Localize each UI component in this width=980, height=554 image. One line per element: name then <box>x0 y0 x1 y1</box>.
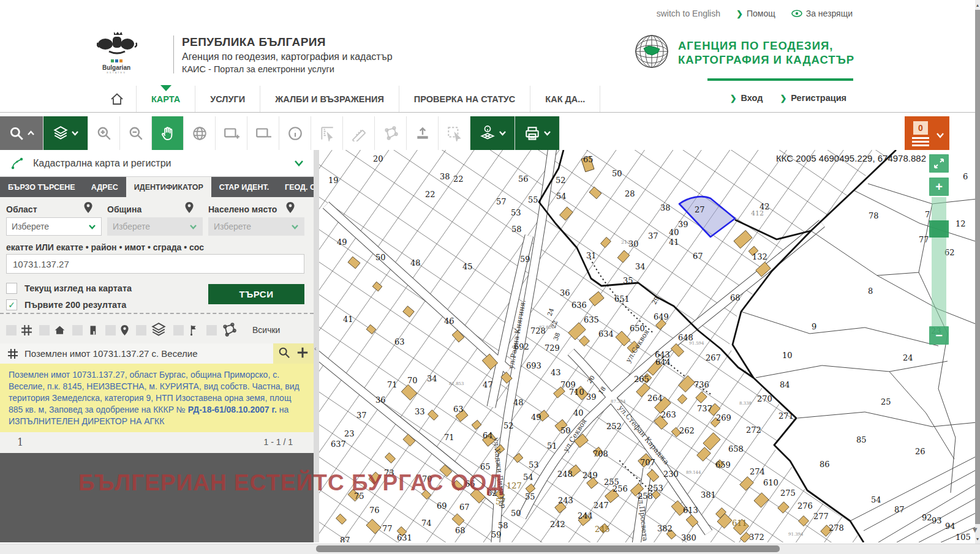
tab-adres[interactable]: АДРЕС <box>83 177 126 197</box>
svg-text:213: 213 <box>621 239 630 245</box>
filter-checkbox-polygon[interactable] <box>206 325 217 335</box>
svg-text:8.338: 8.338 <box>739 401 752 406</box>
obshtina-label-row: Община <box>107 204 141 215</box>
eye-icon <box>791 10 802 17</box>
toolbar-button-pan-tool[interactable] <box>152 116 184 150</box>
scroll-down-arrow-icon[interactable]: ▼ <box>971 525 979 534</box>
tab-uslugi[interactable]: УСЛУГИ <box>195 86 260 112</box>
toolbar-button-select-tool[interactable] <box>439 116 470 150</box>
toolbar-button-measure-area-tool[interactable] <box>375 116 407 150</box>
login-link[interactable]: ❯ Вход <box>730 93 763 103</box>
tab-karta[interactable]: КАРТА <box>136 86 195 112</box>
oblast-select[interactable]: Изберете <box>6 217 102 236</box>
cart-button[interactable]: 0 <box>905 116 949 150</box>
svg-text:62: 62 <box>487 488 497 498</box>
zoom-slider-handle[interactable] <box>929 220 949 238</box>
svg-text:53: 53 <box>511 208 521 217</box>
obshtina-select[interactable]: Изберете <box>107 217 203 236</box>
filter-checkbox-flag[interactable] <box>173 325 184 335</box>
toolbar-button-info-tool[interactable] <box>279 116 311 150</box>
svg-text:75: 75 <box>354 492 364 501</box>
cadastral-map[interactable]: 2065193822565250225428575553382742397875… <box>319 150 975 542</box>
zoom-to-result-icon[interactable] <box>278 346 290 361</box>
header-titles: РЕПУБЛИКА БЪЛГАРИЯ Агенция по геодезия, … <box>182 36 393 74</box>
chevron-right-icon: ❯ <box>736 9 743 18</box>
svg-text:23: 23 <box>344 429 355 438</box>
tab-star-ident[interactable]: СТАР ИДЕНТ. <box>211 177 277 197</box>
home-button[interactable] <box>98 86 136 112</box>
switch-language-link[interactable]: switch to English <box>657 9 720 18</box>
zoom-slider-track[interactable] <box>932 197 946 326</box>
svg-text:37: 37 <box>648 231 658 241</box>
vertical-scrollbar-thumb[interactable] <box>975 10 980 524</box>
svg-text:31: 31 <box>586 251 597 260</box>
first200-checkbox[interactable]: ✓ <box>6 299 17 310</box>
identifier-input[interactable] <box>6 254 304 274</box>
filter-checkbox-layers[interactable] <box>136 325 146 335</box>
toolbar-button-zoom-rect-in-tool[interactable] <box>216 116 247 150</box>
filter-checkbox-grid[interactable] <box>6 325 17 335</box>
toolbar-button-layer-info-tool[interactable] <box>470 116 515 150</box>
toolbar-button-zoom-rect-out-tool[interactable] <box>247 116 279 150</box>
svg-text:12: 12 <box>956 219 966 228</box>
current-view-checkbox[interactable] <box>6 283 17 294</box>
svg-text:46: 46 <box>444 316 454 326</box>
polygon-icon <box>221 322 237 338</box>
toolbar-button-layers-tool[interactable] <box>43 116 88 150</box>
toolbar-button-zoom-out-tool[interactable] <box>120 116 152 150</box>
help-link[interactable]: ❯ Помощ <box>736 9 775 18</box>
add-result-icon[interactable] <box>296 346 309 361</box>
svg-text:729: 729 <box>545 343 560 353</box>
svg-text:230: 230 <box>663 470 679 479</box>
toolbar-button-zoom-in-tool[interactable] <box>88 116 120 150</box>
scroll-down-icon[interactable]: ▼ <box>975 535 980 544</box>
svg-text:48: 48 <box>410 258 421 268</box>
toolbar-button-globe-tool[interactable] <box>184 116 216 150</box>
svg-text:54: 54 <box>556 192 567 201</box>
search-button[interactable]: ТЪРСИ <box>208 284 304 304</box>
scroll-up-icon[interactable]: ▲ <box>975 1 980 10</box>
svg-text:707: 707 <box>640 458 655 467</box>
svg-text:262: 262 <box>679 426 695 435</box>
svg-text:644: 644 <box>655 357 671 367</box>
tab-kak-da[interactable]: КАК ДА... <box>530 86 600 112</box>
svg-text:54: 54 <box>871 495 881 504</box>
filter-checkbox-house[interactable] <box>39 325 50 335</box>
zoom-out-button[interactable]: − <box>929 326 949 345</box>
toolbar-button-measure-coords-tool[interactable] <box>311 116 343 150</box>
svg-text:278: 278 <box>829 523 844 533</box>
toolbar-button-upload-tool[interactable] <box>407 116 439 150</box>
result-row[interactable]: Поземлен имот 10731.137.27 с. Веселие <box>0 343 314 364</box>
tab-identifikator[interactable]: ИДЕНТИФИКАТОР <box>126 177 211 197</box>
accessibility-link[interactable]: За незрящи <box>791 9 853 18</box>
svg-text:6: 6 <box>963 172 968 181</box>
fullscreen-button[interactable] <box>929 154 949 173</box>
panel-header[interactable]: Кадастрална карта и регистри <box>0 150 314 177</box>
horizontal-scrollbar-thumb[interactable] <box>316 545 780 552</box>
svg-text:269: 269 <box>716 413 731 422</box>
tab-barzo-tarsene[interactable]: БЪРЗО ТЪРСЕНЕ <box>0 177 83 197</box>
svg-text:49: 49 <box>337 238 347 247</box>
route-icon <box>10 156 24 171</box>
toolbar-button-measure-distance-tool[interactable] <box>343 116 375 150</box>
filter-checkbox-building[interactable] <box>72 325 83 335</box>
tab-zhalbi[interactable]: ЖАЛБИ И ВЪЗРАЖЕНИЯ <box>260 86 399 112</box>
svg-text:25: 25 <box>881 397 891 406</box>
panel-collapse-handle[interactable]: ‹ <box>314 150 319 542</box>
svg-text:69: 69 <box>437 501 447 511</box>
building-icon <box>87 324 99 336</box>
selected-parcel-27[interactable] <box>679 197 735 237</box>
register-link[interactable]: ❯ Регистрация <box>780 93 846 103</box>
zoom-in-button[interactable]: + <box>929 178 949 196</box>
svg-text:659: 659 <box>715 460 731 470</box>
naseleno-select[interactable]: Изберете <box>208 217 304 236</box>
svg-text:127: 127 <box>507 481 522 490</box>
toolbar-button-print-tool[interactable] <box>515 116 560 150</box>
filter-checkbox-pin[interactable] <box>105 325 116 335</box>
result-title: Поземлен имот 10731.137.27 с. Веселие <box>24 348 273 359</box>
svg-text:50: 50 <box>612 169 622 178</box>
page-number[interactable]: 1 <box>17 436 23 448</box>
svg-text:34: 34 <box>635 262 646 271</box>
toolbar-button-search-tool[interactable] <box>0 116 43 150</box>
tab-proverka[interactable]: ПРОВЕРКА НА СТАТУС <box>399 86 530 112</box>
